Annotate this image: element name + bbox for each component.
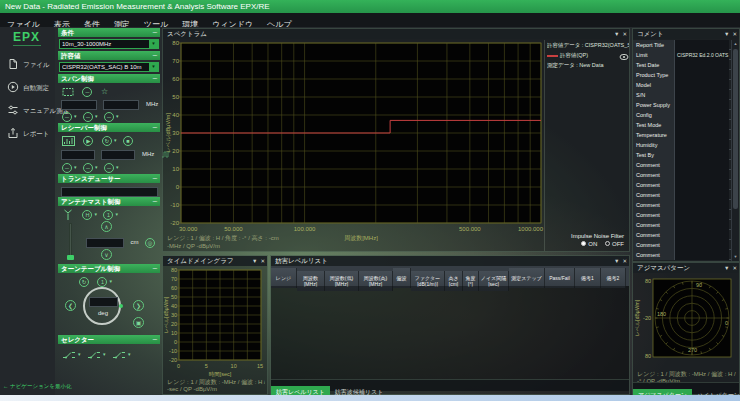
panel-collapse-button[interactable]: ▼ [614,258,619,264]
sidebar-item-auto-measure[interactable]: 自動測定 [0,76,55,99]
comment-row-value[interactable] [675,130,729,140]
polarization-select-button[interactable]: H [82,210,92,220]
section-minimize-button[interactable]: ─ [153,264,157,273]
chevron-down-icon[interactable]: ▾ [116,110,119,123]
turntable-stop-button[interactable]: ▣ [133,317,144,328]
vbw-select-button[interactable]: ─ [83,112,93,122]
section-minimize-button[interactable]: ─ [153,197,157,206]
mast-height-slider[interactable] [69,223,72,259]
selector-switch-icon[interactable] [112,349,126,360]
comment-row-value[interactable] [675,90,729,100]
comment-row-value[interactable] [675,240,729,250]
chevron-down-icon[interactable]: ▾ [115,208,118,221]
chevron-down-icon[interactable]: ▾ [114,134,117,147]
panel-close-button[interactable]: ✕ [732,265,737,271]
list-column-4[interactable]: 偏波 [393,268,411,288]
mast-target-button[interactable]: ◎ [145,238,155,248]
scrollbar-thumb[interactable] [733,49,738,209]
transducer-input[interactable] [61,187,158,197]
selector-switch-icon[interactable] [62,349,76,360]
turntable-preset-button[interactable]: 1 [97,277,107,287]
list-column-10[interactable]: Pass/Fail [545,268,575,288]
section-minimize-button[interactable]: ─ [153,51,157,60]
mast-height-input[interactable] [86,238,124,248]
comment-row-value[interactable] [675,170,729,180]
chevron-down-icon[interactable]: ▾ [103,348,106,361]
mast-slider-thumb[interactable] [67,255,74,260]
inf-on-radio[interactable] [581,241,586,246]
chevron-down-icon[interactable]: ▾ [95,110,98,123]
repeat-scan-button[interactable]: ↻ [102,136,112,146]
mast-down-button[interactable]: ∨ [101,249,112,260]
span-preset-button[interactable]: ─ [82,87,92,97]
comment-row-value[interactable] [675,250,729,260]
chevron-down-icon[interactable]: ▼ [149,63,158,71]
chevron-down-icon[interactable]: ▾ [109,275,112,288]
detector-select-button[interactable]: ─ [104,112,114,122]
mast-preset-button[interactable]: 1 [103,210,113,220]
section-minimize-button[interactable]: ─ [153,28,157,37]
scan-graph-icon[interactable] [62,136,75,146]
comment-row-value[interactable]: CISPR32 Ed.2.0 OATS or SAC Cla [675,50,729,60]
comment-row-value[interactable] [675,60,729,70]
comment-row-value[interactable] [675,110,729,120]
section-minimize-button[interactable]: ─ [153,174,157,183]
chevron-down-icon[interactable]: ▾ [128,348,131,361]
comment-row-value[interactable] [675,160,729,170]
inf-off-radio[interactable] [605,241,610,246]
section-minimize-button[interactable]: ─ [153,74,157,83]
detector2-select-button[interactable]: ─ [104,163,114,173]
limit-select[interactable]: CISPR32(OATS_SAC) B 10m▼ [59,62,159,72]
comment-row-value[interactable] [675,220,729,230]
comment-scrollbar[interactable]: ▲ ▼ [731,40,739,261]
panel-collapse-button[interactable]: ▼ [614,31,619,37]
sidebar-item-file[interactable]: ファイル [0,53,55,76]
full-span-icon[interactable] [62,87,74,97]
turntable-rotate-mode-button[interactable]: ↻ [79,277,89,287]
panel-collapse-button[interactable]: ▼ [724,31,729,37]
panel-close-button[interactable]: ✕ [732,31,737,37]
chevron-down-icon[interactable]: ▾ [95,161,98,174]
list-column-0[interactable]: レンジ [271,268,297,288]
comment-row-value[interactable] [675,230,729,240]
comment-row-value[interactable] [675,140,729,150]
comment-row-value[interactable] [675,120,729,130]
list-column-12[interactable]: 備考2 [601,268,626,288]
scan-stop-button[interactable]: ■ [123,136,133,146]
comment-row-value[interactable] [675,40,729,50]
turntable-ccw-button[interactable]: ❮ [65,300,76,311]
chevron-down-icon[interactable]: ▾ [74,110,77,123]
scroll-up-arrow[interactable]: ▲ [732,40,739,48]
section-minimize-button[interactable]: ─ [153,335,157,344]
condition-select[interactable]: 10m_30-1000MHz▼ [59,39,159,49]
receiver-freq2-input[interactable] [101,150,135,160]
chevron-down-icon[interactable]: ▾ [74,161,77,174]
comment-row-value[interactable] [675,210,729,220]
comment-row-value[interactable] [675,180,729,190]
turntable-cw-button[interactable]: ❯ [133,300,144,311]
selector-switch-icon[interactable] [87,349,101,360]
chevron-down-icon[interactable]: ▼ [149,40,158,48]
panel-close-button[interactable]: ✕ [622,31,627,37]
rbw-select-button[interactable]: ─ [62,112,72,122]
attenuator-select-button[interactable]: ─ [62,163,72,173]
chevron-down-icon[interactable]: ▾ [78,348,81,361]
panel-close-button[interactable]: ✕ [260,258,265,264]
comment-row-value[interactable] [675,70,729,80]
chevron-down-icon[interactable]: ▾ [94,208,97,221]
section-minimize-button[interactable]: ─ [153,123,157,132]
comment-row-value[interactable] [675,100,729,110]
panel-collapse-button[interactable]: ▼ [724,265,729,271]
mast-up-button[interactable]: ∧ [101,221,112,232]
panel-collapse-button[interactable]: ▼ [252,258,257,264]
list-column-11[interactable]: 備考1 [575,268,601,288]
bandwidth-select-button[interactable]: ─ [83,163,93,173]
comment-row-value[interactable] [675,200,729,210]
sidebar-item-manual-measure[interactable]: マニュアル測定 [0,99,55,122]
comment-row-value[interactable] [675,80,729,90]
list-column-9[interactable]: 測定ステップ [509,268,545,288]
scroll-down-arrow[interactable]: ▼ [732,253,739,261]
comment-row-value[interactable] [675,190,729,200]
comment-row-value[interactable] [675,150,729,160]
scan-start-button[interactable]: ▶ [83,136,93,146]
